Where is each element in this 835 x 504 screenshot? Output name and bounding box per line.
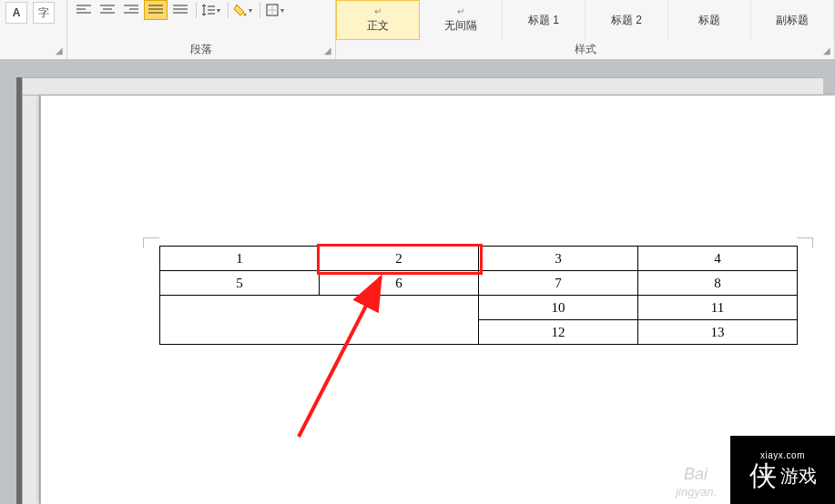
font-dialog-launcher-icon[interactable]: ◢ bbox=[56, 45, 63, 57]
styles-gallery[interactable]: ↵正文 ↵无间隔 标题 1 标题 2 标题 副标题 bbox=[336, 0, 834, 40]
ruler-tabstops bbox=[40, 77, 835, 96]
site-logo: xiayx.com 侠 游戏 bbox=[730, 436, 835, 504]
ribbon: A 字 ◢ ▾ ▾ ▾ bbox=[0, 0, 835, 60]
watermark-jingyan: jingyan. bbox=[676, 485, 717, 499]
table-cell[interactable]: 8 bbox=[638, 271, 798, 296]
table-cell-merged[interactable] bbox=[160, 296, 479, 345]
borders-button[interactable]: ▾ bbox=[265, 1, 287, 19]
styles-dialog-launcher-icon[interactable]: ◢ bbox=[823, 45, 830, 57]
table-cell[interactable]: 3 bbox=[479, 247, 638, 271]
align-justify-button[interactable] bbox=[144, 0, 168, 20]
margin-bracket-tl bbox=[143, 237, 159, 248]
style-subtitle[interactable]: 副标题 bbox=[751, 0, 834, 40]
align-center-button[interactable] bbox=[97, 1, 118, 19]
logo-glyph: 侠 bbox=[749, 462, 777, 489]
table-row[interactable]: 5 6 7 8 bbox=[160, 271, 798, 296]
table-cell[interactable]: 13 bbox=[638, 320, 798, 345]
align-distribute-button[interactable] bbox=[169, 1, 191, 19]
table-cell[interactable]: 4 bbox=[638, 247, 798, 271]
table-cell[interactable]: 2 bbox=[320, 247, 479, 271]
style-normal[interactable]: ↵正文 bbox=[336, 0, 420, 40]
document-table[interactable]: 1 2 3 4 5 6 7 8 10 11 12 13 bbox=[159, 246, 798, 345]
table-cell[interactable]: 10 bbox=[479, 296, 638, 320]
table-cell[interactable]: 6 bbox=[320, 271, 479, 296]
watermark-baidu: Bai bbox=[684, 465, 708, 484]
logo-url: xiayx.com bbox=[760, 450, 805, 460]
styles-group-label: 样式 ◢ bbox=[336, 43, 834, 59]
char-border-button[interactable]: 字 bbox=[33, 2, 55, 24]
logo-text: 游戏 bbox=[780, 464, 817, 489]
svg-rect-1 bbox=[267, 5, 278, 15]
table-row[interactable]: 1 2 3 4 bbox=[160, 247, 798, 271]
workspace: 1 2 3 4 5 6 7 8 10 11 12 13 bbox=[0, 59, 835, 504]
margin-bracket-tr bbox=[797, 237, 813, 248]
style-no-spacing[interactable]: ↵无间隔 bbox=[420, 0, 503, 40]
font-group-label: ◢ bbox=[0, 43, 66, 59]
style-title[interactable]: 标题 bbox=[668, 0, 751, 40]
table-cell[interactable]: 5 bbox=[160, 271, 320, 296]
group-paragraph: ▾ ▾ ▾ 段落 ◢ bbox=[67, 0, 336, 59]
shading-button[interactable]: ▾ bbox=[233, 1, 255, 19]
paragraph-dialog-launcher-icon[interactable]: ◢ bbox=[324, 45, 331, 57]
align-right-button[interactable] bbox=[120, 1, 142, 19]
style-heading2[interactable]: 标题 2 bbox=[586, 0, 668, 40]
vertical-ruler[interactable] bbox=[22, 96, 40, 504]
table-row[interactable]: 10 11 bbox=[160, 296, 798, 320]
align-left-button[interactable] bbox=[73, 1, 95, 19]
table-cell[interactable]: 11 bbox=[638, 296, 798, 320]
style-heading1[interactable]: 标题 1 bbox=[503, 0, 586, 40]
table-cell[interactable]: 7 bbox=[479, 271, 638, 296]
group-font: A 字 ◢ bbox=[0, 0, 67, 59]
font-highlight-button[interactable]: A bbox=[5, 2, 27, 24]
group-styles: ↵正文 ↵无间隔 标题 1 标题 2 标题 副标题 样式 ◢ bbox=[336, 0, 835, 59]
paragraph-group-label: 段落 ◢ bbox=[67, 43, 335, 59]
document-page[interactable]: 1 2 3 4 5 6 7 8 10 11 12 13 bbox=[40, 96, 835, 504]
line-spacing-button[interactable]: ▾ bbox=[201, 1, 223, 19]
table-cell[interactable]: 12 bbox=[479, 320, 638, 345]
table-cell[interactable]: 1 bbox=[160, 247, 320, 271]
